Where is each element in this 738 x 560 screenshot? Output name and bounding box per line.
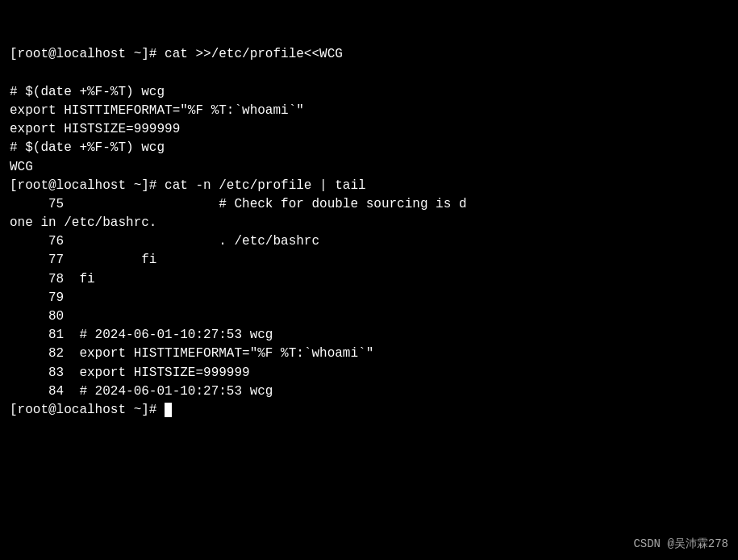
line-14: 79 (10, 289, 728, 307)
line-8: [root@localhost ~]# cat -n /etc/profile … (10, 177, 728, 195)
line-1: [root@localhost ~]# cat >>/etc/profile<<… (10, 45, 728, 64)
line-4: export HISTTIMEFORMAT="%F %T:`whoami`" (10, 102, 728, 120)
line-20[interactable]: [root@localhost ~]# (10, 401, 728, 420)
watermark: CSDN @吴沛霖278 (633, 536, 728, 552)
terminal-content: [root@localhost ~]# cat >>/etc/profile<<… (10, 45, 728, 420)
terminal-window: [root@localhost ~]# cat >>/etc/profile<<… (0, 0, 738, 560)
cursor (165, 403, 172, 417)
line-blank (10, 65, 728, 83)
line-18: 83 export HISTSIZE=999999 (10, 364, 728, 382)
line-16: 81 # 2024-06-01-10:27:53 wcg (10, 326, 728, 345)
line-12: 77 fi (10, 251, 728, 270)
line-5: export HISTSIZE=999999 (10, 120, 728, 139)
line-19: 84 # 2024-06-01-10:27:53 wcg (10, 382, 728, 401)
line-3: # $(date +%F-%T) wcg (10, 83, 728, 102)
line-7: WCG (10, 158, 728, 177)
line-17: 82 export HISTTIMEFORMAT="%F %T:`whoami`… (10, 345, 728, 363)
line-6: # $(date +%F-%T) wcg (10, 139, 728, 157)
line-15: 80 (10, 307, 728, 326)
line-9: 75 # Check for double sourcing is d (10, 195, 728, 214)
line-13: 78 fi (10, 270, 728, 289)
prompt-text: [root@localhost ~]# (10, 403, 165, 417)
line-10: one in /etc/bashrc. (10, 214, 728, 232)
line-11: 76 . /etc/bashrc (10, 232, 728, 251)
